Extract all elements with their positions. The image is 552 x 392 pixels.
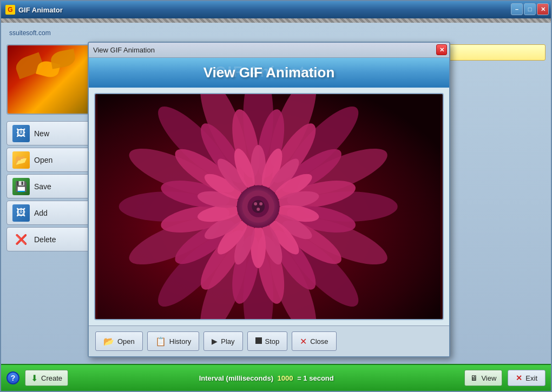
dialog-play-label: Play: [221, 337, 234, 346]
dialog-history-button[interactable]: 📋 History: [147, 331, 199, 351]
maximize-button[interactable]: □: [524, 3, 536, 15]
dialog-open-button[interactable]: 📂 Open: [95, 331, 143, 351]
view-icon: 🖥: [470, 374, 478, 382]
create-label: Create: [41, 374, 62, 382]
open-button[interactable]: 📂 Open: [6, 148, 93, 172]
dialog-close-action-icon: ✕: [300, 336, 307, 347]
save-label: Save: [34, 182, 51, 191]
view-button[interactable]: 🖥 View: [464, 370, 502, 386]
svg-point-56: [259, 202, 262, 205]
preview-image: [8, 45, 92, 114]
title-bar: G GIF Animator – □ ✕: [1, 1, 551, 18]
interval-label: Interval (milliseconds): [199, 374, 273, 382]
dialog-header: GIF Animator View GIF Animation: [89, 58, 449, 88]
top-stripe-decoration: [1, 18, 551, 23]
delete-label: Delete: [34, 235, 56, 244]
delete-button[interactable]: ❌ Delete: [6, 227, 93, 251]
dialog-play-button[interactable]: ▶ Play: [203, 331, 242, 351]
app-content: ssuitesoft.com 🖼 New 📂 Open: [1, 23, 551, 391]
app-title: GIF Animator: [18, 6, 63, 14]
add-icon: 🖼: [12, 204, 30, 222]
dialog-close-action-label: Close: [310, 337, 328, 346]
window-controls: – □ ✕: [511, 3, 549, 15]
leaf-decoration-3: [50, 49, 77, 69]
dialog-history-label: History: [169, 337, 191, 346]
dialog-stop-button[interactable]: Stop: [247, 331, 288, 351]
bottom-bar: ? ⬇ Create Interval (milliseconds) 1000 …: [1, 364, 551, 391]
new-button[interactable]: 🖼 New: [6, 121, 93, 145]
open-label: Open: [34, 156, 52, 164]
dialog-open-icon: 📂: [103, 336, 114, 347]
dialog-close-button[interactable]: ✕: [436, 44, 447, 55]
dialog-title: View GIF Animation: [93, 46, 155, 54]
dialog-title-bar: View GIF Animation ✕: [89, 43, 449, 58]
dialog-header-title: View GIF Animation: [203, 64, 335, 81]
svg-point-55: [254, 202, 257, 205]
dialog-play-icon: ▶: [212, 337, 218, 346]
interval-display: Interval (milliseconds) 1000 = 1 second: [74, 374, 459, 382]
dialog-stop-label: Stop: [265, 337, 280, 346]
dahlia-image: [95, 94, 443, 319]
minimize-button[interactable]: –: [511, 3, 523, 15]
exit-button[interactable]: ✕ Exit: [508, 370, 546, 386]
help-button[interactable]: ?: [6, 371, 19, 384]
dialog-stop-icon: [255, 337, 262, 346]
svg-point-57: [257, 208, 260, 211]
dialog-image-area: [94, 93, 444, 320]
close-button[interactable]: ✕: [537, 3, 549, 15]
dahlia-svg: [95, 94, 443, 319]
interval-unit: = 1 second: [297, 374, 334, 382]
create-button[interactable]: ⬇ Create: [25, 370, 68, 386]
add-label: Add: [34, 209, 48, 217]
app-window: G GIF Animator – □ ✕ ssuitesoft.com: [0, 0, 552, 392]
add-button[interactable]: 🖼 Add: [6, 201, 93, 225]
view-label: View: [481, 374, 496, 382]
image-preview: [6, 44, 93, 115]
open-icon: 📂: [12, 151, 30, 169]
dialog-buttons-bar: 📂 Open 📋 History ▶ Play Stop ✕ Clos: [89, 325, 449, 356]
dialog-history-icon: 📋: [155, 336, 166, 347]
view-gif-dialog: View GIF Animation ✕ GIF Animator View G…: [88, 42, 450, 357]
save-icon: 💾: [12, 178, 30, 195]
new-icon: 🖼: [12, 125, 30, 142]
create-down-icon: ⬇: [31, 373, 38, 383]
website-label: ssuitesoft.com: [9, 29, 51, 37]
app-icon: G: [5, 5, 15, 15]
exit-label: Exit: [525, 374, 537, 382]
delete-icon: ❌: [12, 231, 30, 248]
interval-value: 1000: [278, 374, 293, 382]
exit-icon: ✕: [516, 374, 522, 382]
save-button[interactable]: 💾 Save: [6, 174, 93, 198]
dialog-close-action-button[interactable]: ✕ Close: [292, 331, 336, 351]
dialog-open-label: Open: [117, 337, 135, 346]
new-label: New: [34, 129, 49, 138]
